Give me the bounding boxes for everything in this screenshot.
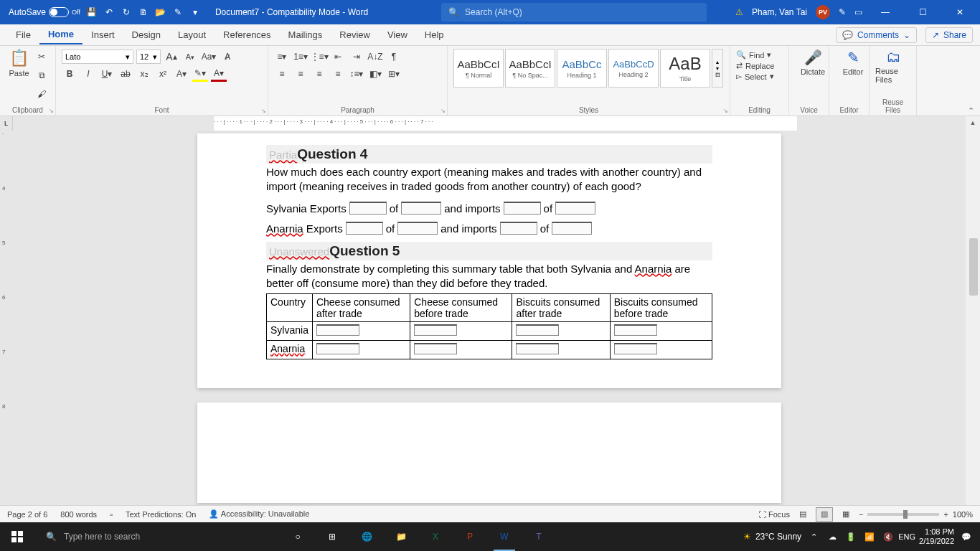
change-case-icon[interactable]: Aa▾ [201, 49, 217, 65]
weather-widget[interactable]: ☀ 23°C Sunny [743, 532, 801, 542]
open-icon[interactable]: 📂 [155, 6, 166, 18]
new-icon[interactable]: 🗎 [138, 6, 149, 18]
grow-font-icon[interactable]: A▴ [164, 49, 179, 65]
style-more-icon[interactable]: ▴▾⊟ [712, 49, 723, 88]
numbering-icon[interactable]: 1≡▾ [293, 49, 308, 65]
input-box[interactable] [614, 343, 657, 354]
font-color-icon[interactable]: A▾ [211, 66, 227, 82]
input-box[interactable] [414, 324, 457, 336]
underline-icon[interactable]: U▾ [99, 66, 115, 82]
menu-help[interactable]: Help [416, 26, 453, 44]
highlight-icon[interactable]: ✎▾ [192, 66, 208, 82]
text-predictions[interactable]: Text Predictions: On [126, 510, 196, 519]
taskview-icon[interactable]: ⊞ [316, 522, 349, 551]
zoom-slider[interactable] [867, 513, 939, 516]
taskbar-search[interactable]: 🔍 Type here to search [36, 522, 280, 551]
select-button[interactable]: ▻Select▾ [736, 72, 774, 81]
clipboard-launcher-icon[interactable]: ↘ [49, 108, 54, 114]
style-heading1[interactable]: AaBbCcHeading 1 [557, 49, 607, 88]
proofing-icon[interactable]: ▫ [110, 510, 113, 519]
warning-icon[interactable]: ⚠ [735, 7, 743, 17]
input-box[interactable] [316, 324, 359, 336]
powerpoint-icon[interactable]: P [453, 522, 486, 551]
user-avatar[interactable]: PV [816, 5, 830, 19]
zoom-level[interactable]: 100% [953, 510, 973, 519]
read-mode-icon[interactable]: ▤ [794, 507, 811, 522]
next-page[interactable] [197, 402, 781, 503]
dictate-button[interactable]: 🎤 Dictate [795, 49, 831, 76]
style-nospacing[interactable]: AaBbCcI¶ No Spac... [505, 49, 555, 88]
web-layout-icon[interactable]: ▦ [837, 507, 854, 522]
zoom-out-button[interactable]: − [859, 510, 863, 519]
pentool-icon[interactable]: ✎ [839, 7, 846, 17]
chrome-icon[interactable]: 🌐 [350, 522, 383, 551]
justify-icon[interactable]: ≡ [330, 66, 346, 82]
menu-view[interactable]: View [379, 26, 416, 44]
user-name[interactable]: Pham, Van Tai [752, 7, 807, 17]
shading-icon[interactable]: ◧▾ [367, 66, 383, 82]
italic-icon[interactable]: I [80, 66, 96, 82]
format-painter-icon[interactable]: 🖌 [34, 86, 50, 102]
word-icon[interactable]: W [488, 522, 521, 551]
subscript-icon[interactable]: x₂ [136, 66, 152, 82]
text-effects-icon[interactable]: A▾ [174, 66, 189, 82]
print-layout-icon[interactable]: ▥ [816, 507, 833, 522]
scroll-up-icon[interactable]: ▲ [968, 118, 978, 128]
input-box[interactable] [516, 324, 559, 336]
input-box[interactable] [500, 222, 537, 235]
superscript-icon[interactable]: x² [155, 66, 171, 82]
paragraph-launcher-icon[interactable]: ↘ [440, 108, 446, 114]
quickprint-icon[interactable]: ✎ [172, 6, 184, 18]
input-box[interactable] [504, 202, 541, 215]
bold-icon[interactable]: B [62, 66, 77, 82]
copy-icon[interactable]: ⧉ [34, 67, 50, 83]
explorer-icon[interactable]: 📁 [385, 522, 418, 551]
strike-icon[interactable]: ab [118, 66, 133, 82]
menu-home[interactable]: Home [39, 25, 83, 44]
font-launcher-icon[interactable]: ↘ [261, 108, 266, 114]
qat-dropdown-icon[interactable]: ▾ [189, 6, 201, 18]
styles-launcher-icon[interactable]: ↘ [723, 108, 728, 114]
input-box[interactable] [397, 222, 438, 235]
input-box[interactable] [349, 202, 387, 215]
inc-indent-icon[interactable]: ⇥ [349, 49, 364, 65]
redo-icon[interactable]: ↻ [121, 6, 132, 18]
volume-icon[interactable]: 🔇 [882, 530, 895, 543]
wifi-icon[interactable]: 📶 [863, 530, 876, 543]
editor-button[interactable]: ✎ Editor [835, 49, 871, 76]
search-box[interactable]: 🔍 Search (Alt+Q) [441, 3, 707, 22]
input-box[interactable] [401, 202, 441, 215]
style-title[interactable]: AaBTitle [660, 49, 710, 88]
zoom-in-button[interactable]: + [943, 510, 948, 519]
page-indicator[interactable]: Page 2 of 6 [7, 510, 47, 519]
align-right-icon[interactable]: ≡ [311, 66, 327, 82]
font-size-combo[interactable]: 12▾ [136, 50, 161, 64]
input-box[interactable] [516, 343, 559, 354]
focus-button[interactable]: ⛶ Focus [758, 510, 790, 519]
onedrive-icon[interactable]: ☁ [826, 530, 839, 543]
input-box[interactable] [552, 222, 592, 235]
clock[interactable]: 1:08 PM 2/19/2022 [919, 527, 954, 546]
reuse-button[interactable]: 🗂 Reuse Files [875, 49, 911, 84]
dec-indent-icon[interactable]: ⇤ [330, 49, 346, 65]
align-left-icon[interactable]: ≡ [274, 66, 290, 82]
share-button[interactable]: ↗ Share [925, 27, 973, 43]
excel-icon[interactable]: X [419, 522, 452, 551]
menu-design[interactable]: Design [123, 26, 169, 44]
menu-mailings[interactable]: Mailings [280, 26, 331, 44]
style-gallery[interactable]: AaBbCcI¶ Normal AaBbCcI¶ No Spac... AaBb… [453, 49, 724, 88]
word-count[interactable]: 800 words [60, 510, 97, 519]
minimize-button[interactable]: — [871, 1, 900, 23]
menu-references[interactable]: References [215, 26, 279, 44]
notifications-icon[interactable]: 💬 [960, 530, 973, 543]
language-indicator[interactable]: ENG [900, 530, 913, 543]
close-button[interactable]: ✕ [946, 1, 974, 23]
scrollbar-thumb[interactable] [969, 238, 978, 296]
teams-icon[interactable]: T [522, 522, 555, 551]
input-box[interactable] [414, 343, 457, 354]
autosave-toggle[interactable]: AutoSave Off [9, 7, 80, 17]
font-name-combo[interactable]: Lato▾ [62, 50, 133, 64]
menu-review[interactable]: Review [331, 26, 379, 44]
start-button[interactable] [0, 522, 34, 551]
input-box[interactable] [316, 343, 359, 354]
